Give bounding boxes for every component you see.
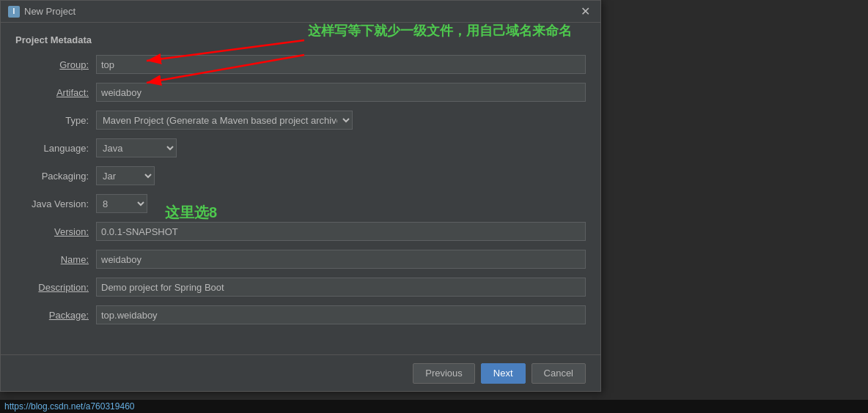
artifact-input[interactable] xyxy=(96,83,586,102)
java-version-row: Java Version: 8 11 17 xyxy=(15,193,586,214)
version-input[interactable] xyxy=(96,222,586,241)
package-input[interactable] xyxy=(96,305,586,324)
name-row: Name: xyxy=(15,249,586,269)
description-input[interactable] xyxy=(96,278,586,297)
type-label: Type: xyxy=(15,115,96,126)
version-label: Version: xyxy=(15,226,96,237)
artifact-row: Artifact: xyxy=(15,82,586,103)
packaging-label: Packaging: xyxy=(15,171,96,182)
package-row: Package: xyxy=(15,305,586,325)
type-row: Type: Maven Project (Generate a Maven ba… xyxy=(15,110,586,130)
group-label: Group: xyxy=(15,59,96,70)
dialog-footer: Previous Next Cancel xyxy=(1,354,600,391)
packaging-select[interactable]: Jar xyxy=(96,166,155,185)
description-label: Description: xyxy=(15,282,96,293)
java-version-select[interactable]: 8 11 17 xyxy=(96,194,147,213)
previous-button[interactable]: Previous xyxy=(413,363,475,384)
url-bar: https://blog.csdn.net/a760319460 xyxy=(0,400,868,413)
version-row: Version: xyxy=(15,221,586,242)
language-select[interactable]: Java xyxy=(96,138,177,157)
close-button[interactable]: ✕ xyxy=(578,6,593,18)
title-left: I New Project xyxy=(8,6,76,18)
section-title: Project Metadata xyxy=(15,34,586,45)
dialog-content: Project Metadata Group: Artifact: Type: … xyxy=(1,23,600,391)
next-button[interactable]: Next xyxy=(481,363,526,384)
artifact-label: Artifact: xyxy=(15,87,96,98)
name-label: Name: xyxy=(15,254,96,265)
dialog-titlebar: I New Project ✕ xyxy=(1,1,600,23)
packaging-row: Packaging: Jar xyxy=(15,165,586,186)
dialog-title: New Project xyxy=(24,6,76,17)
java-version-label: Java Version: xyxy=(15,198,96,209)
language-row: Language: Java xyxy=(15,138,586,158)
package-label: Package: xyxy=(15,310,96,321)
new-project-dialog: I New Project ✕ Project Metadata Group: … xyxy=(0,0,601,392)
description-row: Description: xyxy=(15,277,586,297)
group-row: Group: xyxy=(15,54,586,75)
type-select[interactable]: Maven Project (Generate a Maven based pr… xyxy=(96,111,353,130)
cancel-button[interactable]: Cancel xyxy=(532,363,586,384)
idea-icon: I xyxy=(8,6,20,18)
language-label: Language: xyxy=(15,143,96,154)
group-input[interactable] xyxy=(96,55,586,74)
name-input[interactable] xyxy=(96,250,586,269)
